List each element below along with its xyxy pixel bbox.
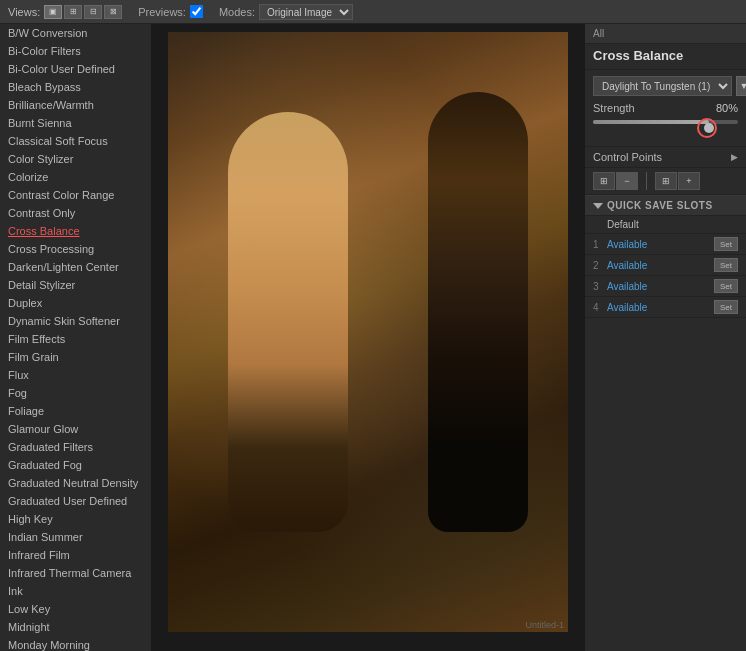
save-slot-2-num: 2 [593, 260, 603, 271]
save-slot-4-btn[interactable]: Set [714, 300, 738, 314]
sidebar-item-contrast-only[interactable]: Contrast Only [0, 204, 151, 222]
sidebar-item-monday-morning[interactable]: Monday Morning [0, 636, 151, 651]
sidebar-item-detail-stylizer[interactable]: Detail Stylizer [0, 276, 151, 294]
sidebar-item-graduated-filters[interactable]: Graduated Filters [0, 438, 151, 456]
toolbar: Views: ▣ ⊞ ⊟ ⊠ Previews: Modes: Original… [0, 0, 746, 24]
view-side-by-side-icon[interactable]: ⊞ [64, 5, 82, 19]
sidebar-item-high-key[interactable]: High Key [0, 510, 151, 528]
strength-row: Strength 80% [593, 102, 738, 114]
sidebar-item-darken-lighten-center[interactable]: Darken/Lighten Center [0, 258, 151, 276]
view-icons-group: ▣ ⊞ ⊟ ⊠ [44, 5, 122, 19]
sidebar-item-brilliance-warmth[interactable]: Brilliance/Warmth [0, 96, 151, 114]
strength-slider-container [593, 120, 738, 136]
sidebar-item-ink[interactable]: Ink [0, 582, 151, 600]
save-slot-3-num: 3 [593, 281, 603, 292]
sidebar-item-infrared-film[interactable]: Infrared Film [0, 546, 151, 564]
strength-slider-fill [593, 120, 709, 124]
sidebar-item-foliage[interactable]: Foliage [0, 402, 151, 420]
preset-dropdown[interactable]: Daylight To Tungsten (1) [593, 76, 732, 96]
strength-value: 80% [716, 102, 738, 114]
sidebar-item-glamour-glow[interactable]: Glamour Glow [0, 420, 151, 438]
sidebar-item-infrared-thermal-camera[interactable]: Infrared Thermal Camera [0, 564, 151, 582]
save-slot-3: 3 Available Set [585, 276, 746, 297]
person-right [428, 92, 528, 532]
sidebar-item-low-key[interactable]: Low Key [0, 600, 151, 618]
save-slot-default-label: Default [607, 219, 738, 230]
sidebar-item-classical-soft-focus[interactable]: Classical Soft Focus [0, 132, 151, 150]
preset-dropdown-row: Daylight To Tungsten (1) ▼ [593, 76, 738, 96]
cp-plus-btn[interactable]: + [678, 172, 700, 190]
sidebar-item-bi-color-user-defined[interactable]: Bi-Color User Defined [0, 60, 151, 78]
quick-save-header: QUICK SAVE SLOTS [585, 195, 746, 216]
sidebar-item-dynamic-skin-softener[interactable]: Dynamic Skin Softener [0, 312, 151, 330]
save-slot-4: 4 Available Set [585, 297, 746, 318]
view-grid-icon[interactable]: ⊠ [104, 5, 122, 19]
sidebar-item-cross-processing[interactable]: Cross Processing [0, 240, 151, 258]
save-slot-4-num: 4 [593, 302, 603, 313]
sidebar-item-duplex[interactable]: Duplex [0, 294, 151, 312]
save-slot-1-label: Available [607, 239, 714, 250]
save-slot-2-btn[interactable]: Set [714, 258, 738, 272]
sidebar-item-color-stylizer[interactable]: Color Stylizer [0, 150, 151, 168]
cp-icon-btn[interactable]: ⊞ [593, 172, 615, 190]
cp-link-group: ⊞ + [655, 172, 700, 190]
sidebar-item-bi-color-filters[interactable]: Bi-Color Filters [0, 42, 151, 60]
save-slot-1: 1 Available Set [585, 234, 746, 255]
sidebar-item-graduated-fog[interactable]: Graduated Fog [0, 456, 151, 474]
panel-main-section: Daylight To Tungsten (1) ▼ Strength 80% [585, 70, 746, 147]
strength-slider-thumb[interactable] [704, 123, 714, 133]
breadcrumb: All [585, 24, 746, 44]
right-panel: All Cross Balance Daylight To Tungsten (… [584, 24, 746, 651]
save-slot-2-label: Available [607, 260, 714, 271]
cp-minus-btn[interactable]: − [616, 172, 638, 190]
view-split-icon[interactable]: ⊟ [84, 5, 102, 19]
sidebar-item-graduated-neutral-density[interactable]: Graduated Neutral Density [0, 474, 151, 492]
sidebar-item-film-grain[interactable]: Film Grain [0, 348, 151, 366]
control-points-label: Control Points [593, 151, 662, 163]
panel-title: Cross Balance [585, 44, 746, 70]
quick-save-title: QUICK SAVE SLOTS [607, 200, 713, 211]
sidebar-item-film-effects[interactable]: Film Effects [0, 330, 151, 348]
modes-section: Modes: Original Image [219, 4, 353, 20]
control-points-expand-icon[interactable]: ▶ [731, 152, 738, 162]
views-label: Views: [8, 6, 40, 18]
main-content: B/W ConversionBi-Color FiltersBi-Color U… [0, 24, 746, 651]
sidebar-item-bleach-bypass[interactable]: Bleach Bypass [0, 78, 151, 96]
previews-section: Previews: [138, 5, 203, 18]
photo-container: Untitled-1 [168, 32, 568, 632]
save-slot-3-label: Available [607, 281, 714, 292]
sidebar-item-cross-balance[interactable]: Cross Balance [0, 222, 151, 240]
save-slot-1-num: 1 [593, 239, 603, 250]
cp-divider [646, 172, 647, 190]
preview-checkbox[interactable] [190, 5, 203, 18]
modes-dropdown[interactable]: Original Image [259, 4, 353, 20]
save-slot-3-btn[interactable]: Set [714, 279, 738, 293]
control-points-header: Control Points ▶ [585, 147, 746, 168]
sidebar-item-fog[interactable]: Fog [0, 384, 151, 402]
sidebar-item-colorize[interactable]: Colorize [0, 168, 151, 186]
sidebar-item-indian-summer[interactable]: Indian Summer [0, 528, 151, 546]
dropdown-arrow-btn[interactable]: ▼ [736, 76, 746, 96]
sidebar-item-graduated-user-defined[interactable]: Graduated User Defined [0, 492, 151, 510]
cp-link-btn[interactable]: ⊞ [655, 172, 677, 190]
modes-label: Modes: [219, 6, 255, 18]
views-section: Views: ▣ ⊞ ⊟ ⊠ [8, 5, 122, 19]
left-sidebar: B/W ConversionBi-Color FiltersBi-Color U… [0, 24, 152, 651]
previews-label: Previews: [138, 6, 186, 18]
control-points-tools: ⊞ − ⊞ + [585, 168, 746, 195]
sidebar-item-b-w-conversion[interactable]: B/W Conversion [0, 24, 151, 42]
sidebar-item-flux[interactable]: Flux [0, 366, 151, 384]
save-slot-default: Default [585, 216, 746, 234]
save-slot-4-label: Available [607, 302, 714, 313]
save-slot-2: 2 Available Set [585, 255, 746, 276]
person-left [228, 112, 348, 532]
view-single-icon[interactable]: ▣ [44, 5, 62, 19]
center-image-area: Untitled-1 [152, 24, 584, 651]
quick-save-collapse-icon[interactable] [593, 203, 603, 209]
photo-label: Untitled-1 [525, 620, 564, 630]
save-slot-1-btn[interactable]: Set [714, 237, 738, 251]
strength-slider-track [593, 120, 738, 124]
sidebar-item-burnt-sienna[interactable]: Burnt Sienna [0, 114, 151, 132]
sidebar-item-contrast-color-range[interactable]: Contrast Color Range [0, 186, 151, 204]
sidebar-item-midnight[interactable]: Midnight [0, 618, 151, 636]
